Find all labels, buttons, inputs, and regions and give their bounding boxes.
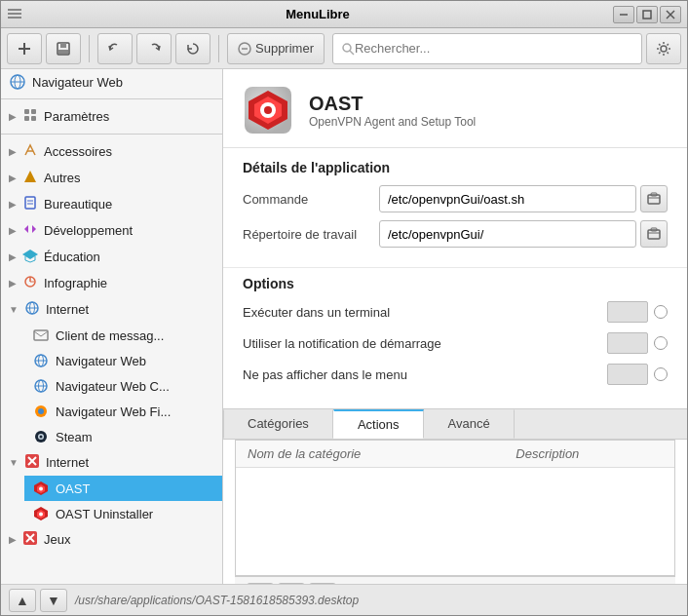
option-notification-toggle[interactable] xyxy=(607,332,648,354)
minimize-button[interactable] xyxy=(613,6,634,23)
sidebar-item-developpement[interactable]: ▶ Développement xyxy=(1,217,222,244)
sidebar-label-steam: Steam xyxy=(56,430,93,444)
down-icon: ▼ xyxy=(47,593,60,608)
oast-uninstall-icon xyxy=(32,505,50,522)
sidebar-item-internet[interactable]: ▼ Internet xyxy=(1,296,222,323)
sidebar-item-infographie[interactable]: ▶ Infographie xyxy=(1,270,222,296)
svg-point-53 xyxy=(39,487,43,491)
oast-icon xyxy=(32,480,50,497)
svg-rect-0 xyxy=(8,9,21,11)
sidebar-label-nav-web: Navigateur Web xyxy=(32,75,123,90)
sidebar-item-steam[interactable]: Steam xyxy=(24,424,222,449)
sidebar-separator2 xyxy=(1,134,222,135)
svg-rect-10 xyxy=(60,43,66,48)
maximize-button[interactable] xyxy=(636,6,658,23)
tab-avance[interactable]: Avancé xyxy=(424,409,515,439)
categories-table: Nom de la catégorie Description xyxy=(236,441,674,468)
workdir-label: Répertoire de travail xyxy=(243,227,379,242)
sidebar-item-bureautique[interactable]: ▶ Bureautique xyxy=(1,191,222,217)
toolbar: Supprimer xyxy=(1,28,687,69)
option-terminal-toggle[interactable] xyxy=(607,301,648,323)
delete-button[interactable]: Supprimer xyxy=(227,33,325,64)
sidebar-item-accessories[interactable]: ▶ Accessoires xyxy=(1,138,222,165)
window-title: MenuLibre xyxy=(22,7,613,21)
tabs-bar: Catégories Actions Avancé xyxy=(223,408,687,440)
workdir-browse-button[interactable] xyxy=(640,220,668,248)
sidebar-item-oast[interactable]: OAST xyxy=(24,476,222,501)
command-row: Commande xyxy=(243,185,668,212)
sidebar-children-internet2: OAST OAST Uninstaller xyxy=(1,476,222,526)
sidebar-separator1 xyxy=(1,98,222,99)
settings-button[interactable] xyxy=(646,33,681,64)
sidebar-item-nav-web2[interactable]: Navigateur Web xyxy=(24,348,222,373)
tabs-content: Nom de la catégorie Description + xyxy=(223,440,687,584)
command-label: Commande xyxy=(243,192,379,207)
sidebar-label-infographie: Infographie xyxy=(44,276,107,290)
option-notification-label: Utiliser la notification de démarrage xyxy=(243,336,607,351)
command-browse-button[interactable] xyxy=(640,185,668,212)
globe-icon2 xyxy=(32,352,50,369)
scroll-down-button[interactable]: ▼ xyxy=(40,589,67,612)
bureautique-icon xyxy=(22,195,38,213)
svg-rect-20 xyxy=(24,109,29,114)
categories-table-wrapper: Nom de la catégorie Description xyxy=(235,440,675,576)
status-path: /usr/share/applications/OAST-15816185853… xyxy=(75,594,359,607)
tab-avance-label: Avancé xyxy=(448,416,490,431)
app-description: OpenVPN Agent and Setup Tool xyxy=(309,115,476,129)
sidebar-label-oast-uninstaller: OAST Uninstaller xyxy=(56,507,153,521)
tab-actions[interactable]: Actions xyxy=(333,409,424,439)
delete-label: Supprimer xyxy=(255,41,314,56)
redo-button[interactable] xyxy=(136,33,172,64)
option-hide-radio[interactable] xyxy=(654,367,668,381)
refresh-button[interactable] xyxy=(175,33,210,64)
app-vpn-icon xyxy=(243,85,293,135)
sidebar-label-oast: OAST xyxy=(56,481,90,496)
sidebar-item-nav-web[interactable]: Navigateur Web xyxy=(1,69,222,95)
details-section: Détails de l'application Commande xyxy=(223,148,687,267)
titlebar-left xyxy=(7,7,22,22)
detail-inner: OAST OpenVPN Agent and Setup Tool Détail… xyxy=(223,69,687,584)
option-hide-label: Ne pas afficher dans le menu xyxy=(243,367,607,382)
search-input[interactable] xyxy=(355,41,633,56)
svg-point-64 xyxy=(264,106,272,114)
svg-line-15 xyxy=(350,51,354,55)
firefox-icon xyxy=(32,403,50,420)
sidebar-label-developpement: Développement xyxy=(44,223,133,238)
svg-marker-25 xyxy=(24,171,36,182)
sidebar-item-nav-web-c[interactable]: Navigateur Web C... xyxy=(24,373,222,399)
app-name: OAST xyxy=(309,93,476,115)
sidebar-item-jeux[interactable]: ▶ Jeux xyxy=(1,526,222,553)
close-button[interactable] xyxy=(660,6,681,23)
sidebar-item-autres[interactable]: ▶ Autres xyxy=(1,165,222,191)
option-terminal-row: Exécuter dans un terminal xyxy=(243,299,668,325)
sidebar-children-internet: Client de messag... Navigateur Web xyxy=(1,323,222,449)
sidebar-item-params[interactable]: ▶ Paramètres xyxy=(1,103,222,130)
sidebar-item-client-messagerie[interactable]: Client de messag... xyxy=(24,323,222,348)
save-button[interactable] xyxy=(46,33,81,64)
tab-categories[interactable]: Catégories xyxy=(223,409,333,439)
app-title-section: OAST OpenVPN Agent and Setup Tool xyxy=(309,93,476,129)
option-hide-toggle[interactable] xyxy=(607,364,648,385)
workdir-input[interactable] xyxy=(379,220,636,248)
tab-actions-label: Actions xyxy=(358,417,400,432)
sidebar-item-oast-uninstaller[interactable]: OAST Uninstaller xyxy=(24,501,222,526)
undo-button[interactable] xyxy=(97,33,133,64)
sidebar-item-nav-web-fi[interactable]: Navigateur Web Fi... xyxy=(24,399,222,424)
option-notification-radio[interactable] xyxy=(654,336,668,350)
app-header: OAST OpenVPN Agent and Setup Tool xyxy=(223,69,687,148)
search-icon xyxy=(341,42,355,56)
internet-icon xyxy=(24,300,40,319)
option-notification-controls xyxy=(607,332,668,354)
col-description: Description xyxy=(504,441,674,468)
svg-rect-2 xyxy=(8,17,21,19)
sidebar-label-params: Paramètres xyxy=(44,109,109,124)
add-button[interactable] xyxy=(7,33,42,64)
svg-rect-1 xyxy=(8,13,21,15)
sidebar-item-internet2[interactable]: ▼ Internet xyxy=(1,449,222,476)
sidebar-item-education[interactable]: ▶ Éducation xyxy=(1,244,222,270)
sidebar-label-accessories: Accessoires xyxy=(44,144,112,159)
accessories-icon xyxy=(22,142,38,161)
scroll-up-button[interactable]: ▲ xyxy=(9,589,36,612)
option-terminal-radio[interactable] xyxy=(654,305,668,319)
command-input[interactable] xyxy=(379,185,636,212)
